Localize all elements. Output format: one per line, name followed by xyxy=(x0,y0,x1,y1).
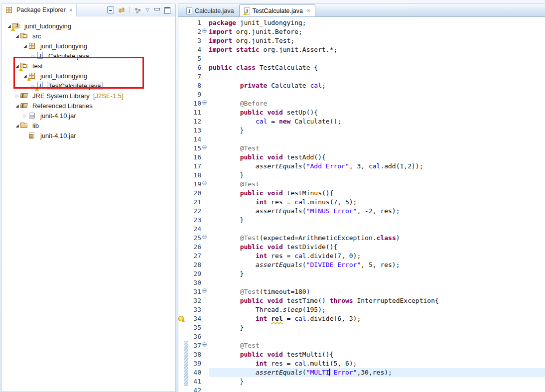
annotation-ruler[interactable] xyxy=(178,261,184,269)
annotation-ruler[interactable] xyxy=(178,162,184,171)
fold-ruler[interactable] xyxy=(202,216,209,225)
code-line[interactable]: 14 xyxy=(178,135,545,144)
collapse-fold-icon[interactable] xyxy=(202,145,207,149)
annotation-ruler[interactable] xyxy=(178,252,184,261)
annotation-ruler[interactable] xyxy=(178,332,184,341)
line-number[interactable]: 41 xyxy=(188,377,202,386)
fold-ruler[interactable] xyxy=(202,189,209,198)
code-line[interactable]: 6public class TestCalculate { xyxy=(178,63,545,72)
code-line[interactable]: 32 public void testTime() throws Interru… xyxy=(178,296,545,305)
annotation-ruler[interactable] xyxy=(178,323,184,332)
fold-ruler[interactable] xyxy=(202,108,209,117)
annotation-ruler[interactable] xyxy=(178,269,184,278)
annotation-ruler[interactable] xyxy=(178,90,184,99)
code-line[interactable]: 5 xyxy=(178,54,545,63)
annotation-ruler[interactable] xyxy=(178,81,184,90)
code-line[interactable]: 25 @Test(expected=ArithmeticException.cl… xyxy=(178,234,545,243)
line-number[interactable]: 32 xyxy=(188,296,202,305)
line-number[interactable]: 6 xyxy=(188,63,202,72)
line-number[interactable]: 27 xyxy=(188,252,202,261)
annotation-ruler[interactable] xyxy=(178,225,184,234)
code-line[interactable]: 1package junit_ludongying; xyxy=(178,18,545,27)
line-number[interactable]: 36 xyxy=(188,332,202,341)
annotation-ruler[interactable] xyxy=(178,45,184,54)
line-number[interactable]: 38 xyxy=(188,350,202,359)
code-line[interactable]: 23 } xyxy=(178,216,545,225)
annotation-ruler[interactable] xyxy=(178,108,184,117)
line-number[interactable]: 1 xyxy=(188,18,202,27)
fold-ruler[interactable] xyxy=(202,341,209,350)
code-line[interactable]: 2import org.junit.Before; xyxy=(178,27,545,36)
code-line[interactable]: 8 private Calculate cal; xyxy=(178,81,545,90)
annotation-ruler[interactable] xyxy=(178,216,184,225)
line-number[interactable]: 22 xyxy=(188,207,202,216)
link-with-editor-icon[interactable]: ⇄ xyxy=(119,6,125,13)
line-number[interactable]: 20 xyxy=(188,189,202,198)
tree-item-jre-system-library[interactable]: ▷JRE System Library[J2SE-1.5] xyxy=(1,91,175,101)
fold-ruler[interactable] xyxy=(202,377,209,386)
code-line[interactable]: 38 public void testMulti(){ xyxy=(178,350,545,359)
fold-ruler[interactable] xyxy=(202,36,209,45)
line-number[interactable]: 34 xyxy=(188,314,202,323)
code-line[interactable]: 11 public void setUp(){ xyxy=(178,108,545,117)
line-number[interactable]: 15 xyxy=(188,144,202,153)
view-menu-icon[interactable]: ▽ xyxy=(145,6,149,13)
warning-marker-icon[interactable] xyxy=(178,316,184,321)
collapse-all-icon[interactable] xyxy=(107,6,114,13)
line-number[interactable]: 37 xyxy=(188,341,202,350)
fold-ruler[interactable] xyxy=(202,162,209,171)
code-line[interactable]: 41 } xyxy=(178,377,545,386)
line-number[interactable]: 25 xyxy=(188,234,202,243)
line-number[interactable]: 9 xyxy=(188,90,202,99)
code-line[interactable]: 19 @Test xyxy=(178,180,545,189)
fold-ruler[interactable] xyxy=(202,18,209,27)
code-line[interactable]: 31 @Test(timeout=180) xyxy=(178,287,545,296)
fold-ruler[interactable] xyxy=(202,350,209,359)
collapse-fold-icon[interactable] xyxy=(202,181,207,185)
annotation-ruler[interactable] xyxy=(178,278,184,287)
fold-ruler[interactable] xyxy=(202,207,209,216)
annotation-ruler[interactable] xyxy=(178,368,184,377)
expanded-arrow-icon[interactable]: ◢ xyxy=(14,124,20,128)
line-number[interactable]: 39 xyxy=(188,359,202,368)
line-number[interactable]: 21 xyxy=(188,198,202,207)
code-line[interactable]: 16 public void testAdd(){ xyxy=(178,153,545,162)
annotation-ruler[interactable] xyxy=(178,27,184,36)
code-editor[interactable]: 1package junit_ludongying;2import org.ju… xyxy=(178,17,545,392)
annotation-ruler[interactable] xyxy=(178,386,184,392)
annotation-ruler[interactable] xyxy=(178,135,184,144)
tree-item-src[interactable]: ◢src xyxy=(1,31,175,41)
fold-ruler[interactable] xyxy=(202,305,209,314)
line-number[interactable]: 24 xyxy=(188,225,202,234)
code-line[interactable]: 34 int rel = cal.divide(6, 3); xyxy=(178,314,545,323)
fold-ruler[interactable] xyxy=(202,359,209,368)
code-line[interactable]: 7 xyxy=(178,72,545,81)
fold-ruler[interactable] xyxy=(202,296,209,305)
annotation-ruler[interactable] xyxy=(178,72,184,81)
code-line[interactable]: 15 @Test xyxy=(178,144,545,153)
editor-tab-calculate-java[interactable]: Calculate.java xyxy=(181,4,239,16)
annotation-ruler[interactable] xyxy=(178,54,184,63)
line-number[interactable]: 13 xyxy=(188,126,202,135)
fold-ruler[interactable] xyxy=(202,135,209,144)
editor-tab-testcalculate-java[interactable]: TestCalculate.java× xyxy=(239,4,315,16)
line-number[interactable]: 23 xyxy=(188,216,202,225)
collapse-fold-icon[interactable] xyxy=(202,235,207,239)
fold-ruler[interactable] xyxy=(202,225,209,234)
collapsed-arrow-icon[interactable]: ▷ xyxy=(30,54,36,58)
code-line[interactable]: 9 xyxy=(178,90,545,99)
fold-ruler[interactable] xyxy=(202,386,209,392)
fold-ruler[interactable] xyxy=(202,117,209,126)
view-close-icon[interactable]: × xyxy=(69,7,72,13)
line-number[interactable]: 30 xyxy=(188,278,202,287)
minimize-icon[interactable] xyxy=(154,6,160,13)
fold-ruler[interactable] xyxy=(202,81,209,90)
fold-ruler[interactable] xyxy=(202,126,209,135)
collapsed-arrow-icon[interactable]: ▷ xyxy=(22,114,28,118)
collapsed-arrow-icon[interactable]: ▷ xyxy=(14,94,20,98)
collapse-fold-icon[interactable] xyxy=(202,100,207,105)
annotation-ruler[interactable] xyxy=(178,377,184,386)
annotation-ruler[interactable] xyxy=(178,341,184,350)
code-line[interactable]: 29 } xyxy=(178,269,545,278)
line-number[interactable]: 19 xyxy=(188,180,202,189)
